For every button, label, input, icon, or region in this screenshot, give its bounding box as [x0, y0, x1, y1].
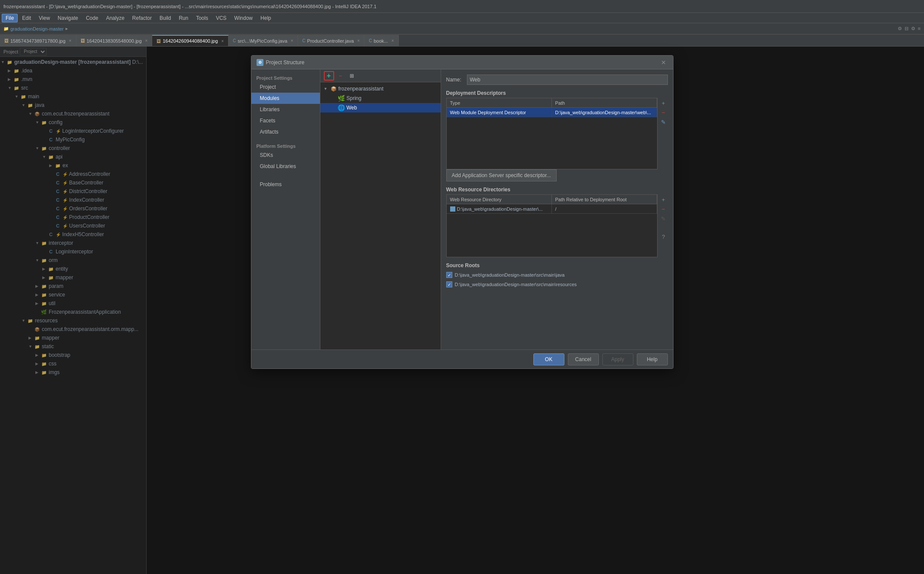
source-root-checkbox-1[interactable]: [446, 281, 452, 287]
dd-col-type: Type: [447, 98, 552, 107]
help-button[interactable]: Help: [637, 353, 668, 365]
remove-module-button[interactable]: −: [336, 72, 345, 80]
gear-icon[interactable]: ≡: [918, 26, 921, 31]
wrd-remove-button[interactable]: −: [659, 205, 668, 213]
deployment-descriptors-section: Deployment Descriptors Type Path Web M: [446, 90, 668, 181]
tab-img3-icon: 🖼: [157, 39, 161, 44]
apply-button[interactable]: Apply: [602, 353, 633, 365]
web-resource-dirs-table: Web Resource Directory Path Relative to …: [446, 194, 658, 257]
add-app-server-descriptor-button[interactable]: Add Application Server specific descript…: [446, 169, 557, 181]
copy-module-button[interactable]: ⊞: [347, 72, 357, 80]
tab-book[interactable]: C book... ×: [364, 35, 398, 46]
menu-view[interactable]: View: [35, 14, 53, 22]
menu-build[interactable]: Build: [156, 14, 175, 22]
module-item-frozenpearassistant[interactable]: ▼ 📦 frozenpearassistant: [320, 84, 441, 94]
module-arrow-frozenpearassistant: ▼: [324, 87, 329, 91]
wrd-question-button[interactable]: ?: [659, 232, 668, 241]
dd-cell-path-0: D:\java_web\graduationDesign-master\web\…: [552, 108, 657, 117]
dd-empty-area: [447, 117, 657, 169]
tab-img1[interactable]: 🖼 158574347389717800.jpg ×: [0, 35, 76, 46]
tab-book-close[interactable]: ×: [392, 38, 394, 43]
menu-run[interactable]: Run: [175, 14, 192, 22]
tab-productcontroller-close[interactable]: ×: [357, 38, 360, 43]
menu-code[interactable]: Code: [82, 14, 102, 22]
tab-img3-close[interactable]: ×: [221, 39, 224, 44]
menu-window[interactable]: Window: [231, 14, 256, 22]
spring-icon: 🌿: [338, 95, 345, 102]
nav-item-sdks[interactable]: SDKs: [251, 150, 320, 161]
name-input[interactable]: [467, 75, 668, 85]
main-layout: Project Project ▼ 📁 graduationDesign-mas…: [0, 47, 924, 574]
dd-remove-button[interactable]: −: [659, 108, 668, 117]
menu-bar: File Edit View Navigate Code Analyze Ref…: [0, 13, 924, 23]
menu-refactor[interactable]: Refactor: [129, 14, 155, 22]
wrd-row-0[interactable]: D:\java_web\graduationDesign-master\... …: [447, 204, 657, 214]
breadcrumb-text[interactable]: graduationDesign-master: [10, 26, 64, 31]
nav-item-libraries[interactable]: Libraries: [251, 104, 320, 115]
nav-item-modules[interactable]: Modules: [251, 93, 320, 104]
tab-mypicconfig-icon: C: [233, 38, 236, 43]
cancel-button[interactable]: Cancel: [568, 353, 599, 365]
dialog-footer: OK Cancel Apply Help: [251, 349, 673, 368]
tab-img3-label: 164204260944088400.jpg: [163, 38, 218, 44]
nav-item-project[interactable]: Project: [251, 81, 320, 93]
tab-img1-label: 158574347389717800.jpg: [10, 38, 66, 44]
ok-button[interactable]: OK: [533, 353, 564, 365]
tab-img1-close[interactable]: ×: [69, 38, 72, 43]
dd-edit-button[interactable]: ✎: [659, 118, 668, 126]
module-item-spring[interactable]: ▶ 🌿 Spring: [320, 94, 441, 103]
dialog-close-button[interactable]: ✕: [659, 58, 668, 67]
source-root-item-1[interactable]: D:\java_web\graduationDesign-master\src\…: [446, 280, 668, 289]
settings-icon[interactable]: ⚙: [911, 26, 915, 31]
source-root-checkbox-0[interactable]: [446, 272, 452, 278]
nav-item-problems[interactable]: Problems: [251, 179, 320, 190]
collapse-icon[interactable]: ⊟: [905, 26, 908, 31]
menu-analyze[interactable]: Analyze: [103, 14, 128, 22]
dd-add-button[interactable]: +: [659, 99, 668, 107]
source-root-path-1: D:\java_web\graduationDesign-master\src\…: [455, 282, 577, 287]
dd-row-0[interactable]: Web Module Deployment Descriptor D:\java…: [447, 108, 657, 117]
deployment-descriptors-table-wrapper: Type Path Web Module Deployment Descript…: [446, 98, 668, 169]
tab-mypicconfig-close[interactable]: ×: [291, 38, 293, 43]
web-icon: 🌐: [338, 104, 345, 111]
wrd-col-dir: Web Resource Directory: [447, 195, 552, 204]
problems-section: [251, 175, 320, 179]
tab-mypicconfig[interactable]: C src\...\MyPicConfig.java ×: [229, 35, 298, 46]
cancel-label: Cancel: [575, 356, 591, 362]
source-roots-header: Source Roots: [446, 262, 668, 268]
menu-edit[interactable]: Edit: [19, 14, 34, 22]
project-structure-dialog: ⚙ Project Structure ✕ Project Settings P…: [251, 55, 673, 369]
ok-label: OK: [545, 356, 552, 362]
module-tree-list[interactable]: ▼ 📦 frozenpearassistant ▶ 🌿 Spring ▶: [320, 82, 441, 349]
menu-help[interactable]: Help: [257, 14, 275, 22]
menu-file[interactable]: File: [2, 14, 18, 22]
tab-img1-icon: 🖼: [4, 38, 9, 43]
menu-vcs[interactable]: VCS: [213, 14, 230, 22]
source-root-item-0[interactable]: D:\java_web\graduationDesign-master\src\…: [446, 270, 668, 280]
add-module-button[interactable]: +: [324, 71, 334, 81]
dialog-title-icon: ⚙: [257, 59, 263, 66]
tabs-bar: 🖼 158574347389717800.jpg × 🖼 16420413830…: [0, 34, 924, 47]
tab-book-label: book...: [374, 38, 388, 44]
nav-item-global-libraries[interactable]: Global Libraries: [251, 161, 320, 172]
nav-item-facets[interactable]: Facets: [251, 115, 320, 126]
wrd-add-button[interactable]: +: [659, 195, 668, 204]
sync-icon[interactable]: ⚙: [898, 26, 902, 31]
tab-productcontroller[interactable]: C ProductController.java ×: [298, 35, 364, 46]
tab-img3[interactable]: 🖼 164204260944088400.jpg ×: [152, 35, 229, 46]
menu-tools[interactable]: Tools: [193, 14, 212, 22]
tab-img2-close[interactable]: ×: [145, 38, 148, 43]
tab-img2[interactable]: 🖼 164204138305548000.jpg ×: [76, 35, 153, 46]
dd-col-path: Path: [552, 98, 657, 107]
folder-small-icon: [450, 206, 455, 212]
tab-img2-icon: 🖼: [81, 38, 85, 43]
dialog-overlay: ⚙ Project Structure ✕ Project Settings P…: [0, 47, 924, 574]
nav-item-artifacts[interactable]: Artifacts: [251, 126, 320, 137]
wrd-cell-dir-0: D:\java_web\graduationDesign-master\...: [447, 204, 552, 213]
wrd-empty-area: [447, 214, 657, 257]
menu-navigate[interactable]: Navigate: [54, 14, 81, 22]
module-item-web[interactable]: ▶ 🌐 Web: [320, 103, 441, 112]
tab-productcontroller-icon: C: [302, 38, 305, 43]
web-resource-dirs-table-wrapper: Web Resource Directory Path Relative to …: [446, 194, 668, 257]
wrd-cell-path-0: /: [552, 204, 657, 213]
